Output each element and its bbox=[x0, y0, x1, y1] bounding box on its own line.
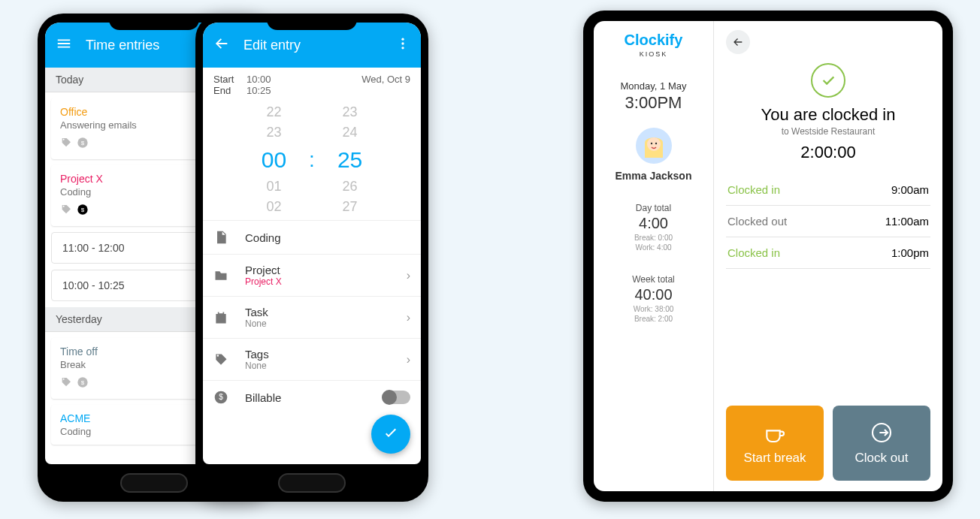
week-break: Break: 2:00 bbox=[598, 315, 709, 323]
user-avatar bbox=[636, 128, 672, 164]
task-label: Task bbox=[245, 306, 390, 318]
status-check-icon bbox=[811, 63, 845, 98]
billable-row[interactable]: $ Billable bbox=[203, 380, 421, 414]
appbar-title: Edit entry bbox=[243, 38, 382, 53]
history-row: Clocked out 11:00am bbox=[726, 206, 930, 237]
billable-icon: $ bbox=[77, 376, 89, 391]
svg-point-14 bbox=[655, 143, 656, 144]
tag-icon bbox=[213, 352, 228, 367]
svg-text:$: $ bbox=[81, 379, 85, 386]
check-icon bbox=[382, 425, 400, 443]
end-value: 10:25 bbox=[247, 85, 271, 96]
project-label: Project bbox=[245, 264, 390, 276]
start-label: Start bbox=[213, 74, 247, 85]
project-value: Project X bbox=[245, 276, 390, 287]
svg-point-13 bbox=[650, 143, 652, 144]
billable-icon: $ bbox=[77, 137, 89, 152]
day-total-label: Day total bbox=[598, 203, 709, 213]
phone-notch bbox=[267, 14, 357, 30]
back-button[interactable] bbox=[726, 30, 750, 54]
history-label: Clocked in bbox=[727, 246, 780, 259]
week-work: Work: 38:00 bbox=[598, 305, 709, 313]
history-time: 11:00am bbox=[885, 215, 929, 228]
status-subheading: to Westside Restaurant bbox=[726, 126, 930, 137]
clock-history: Clocked in 9:00am Clocked out 11:00am Cl… bbox=[726, 174, 930, 269]
hour-column[interactable]: 22 23 00 01 02 bbox=[262, 102, 286, 217]
svg-text:$: $ bbox=[81, 140, 85, 146]
tags-label: Tags bbox=[245, 348, 390, 361]
end-label: End bbox=[213, 85, 247, 96]
kiosk-screen: Clockify KIOSK Monday, 1 May 3:00PM Emma… bbox=[594, 21, 942, 491]
description-value: Coding bbox=[245, 231, 410, 244]
kiosk-date: Monday, 1 May bbox=[598, 80, 709, 92]
day-break: Break: 0:00 bbox=[598, 234, 709, 242]
time-colon: : bbox=[309, 148, 315, 172]
selected-minute: 25 bbox=[337, 143, 362, 177]
user-name: Emma Jackson bbox=[598, 170, 709, 182]
history-row: Clocked in 9:00am bbox=[726, 174, 930, 206]
task-row[interactable]: Task None › bbox=[203, 296, 421, 338]
description-row[interactable]: Coding bbox=[203, 220, 421, 254]
minute-column[interactable]: 23 24 25 26 27 bbox=[337, 102, 362, 217]
svg-point-8 bbox=[401, 47, 404, 49]
history-time: 9:00am bbox=[891, 183, 929, 196]
svg-text:$: $ bbox=[81, 207, 85, 213]
elapsed-time: 2:00:00 bbox=[726, 143, 930, 162]
history-label: Clocked in bbox=[727, 183, 780, 196]
history-time: 1:00pm bbox=[891, 246, 929, 259]
selected-hour: 00 bbox=[262, 143, 286, 177]
svg-text:$: $ bbox=[219, 393, 223, 401]
exit-icon bbox=[870, 421, 894, 445]
task-value: None bbox=[245, 318, 390, 329]
brand-sub: KIOSK bbox=[598, 50, 709, 58]
home-button[interactable] bbox=[120, 473, 188, 493]
tag-icon bbox=[60, 137, 72, 152]
folder-icon bbox=[213, 268, 228, 283]
svg-point-7 bbox=[401, 42, 404, 44]
dollar-icon: $ bbox=[213, 390, 228, 405]
week-total-value: 40:00 bbox=[598, 286, 709, 303]
coffee-icon bbox=[763, 421, 787, 445]
entry-date: Wed, Oct 9 bbox=[361, 74, 410, 85]
home-button[interactable] bbox=[278, 473, 346, 493]
kiosk-main: You are clocked in to Westside Restauran… bbox=[714, 21, 942, 491]
document-icon bbox=[213, 230, 228, 245]
start-break-button[interactable]: Start break bbox=[726, 406, 824, 481]
tags-row[interactable]: Tags None › bbox=[203, 338, 421, 380]
start-value: 10:00 bbox=[247, 74, 271, 85]
confirm-fab[interactable] bbox=[371, 415, 410, 454]
project-row[interactable]: Project Project X › bbox=[203, 254, 421, 296]
status-heading: You are clocked in bbox=[726, 105, 930, 125]
day-total-value: 4:00 bbox=[598, 215, 709, 232]
history-label: Clocked out bbox=[727, 215, 787, 228]
chevron-right-icon: › bbox=[407, 311, 410, 324]
clock-out-button[interactable]: Clock out bbox=[833, 406, 930, 481]
brand-logo: Clockify bbox=[598, 32, 709, 49]
billable-icon: $ bbox=[77, 204, 89, 219]
history-row: Clocked in 1:00pm bbox=[726, 237, 930, 269]
tags-value: None bbox=[245, 361, 390, 371]
time-meta: Wed, Oct 9 Start 10:00 End 10:25 bbox=[203, 68, 421, 99]
billable-label: Billable bbox=[245, 391, 367, 404]
tag-icon bbox=[60, 204, 72, 219]
svg-point-12 bbox=[647, 137, 661, 151]
chevron-right-icon: › bbox=[407, 269, 410, 282]
week-total-label: Week total bbox=[598, 274, 709, 285]
more-icon[interactable] bbox=[395, 36, 410, 55]
kiosk-sidebar: Clockify KIOSK Monday, 1 May 3:00PM Emma… bbox=[594, 21, 714, 491]
day-work: Work: 4:00 bbox=[598, 243, 709, 252]
billable-toggle[interactable] bbox=[383, 391, 410, 404]
svg-point-6 bbox=[401, 38, 404, 40]
kiosk-time: 3:00PM bbox=[598, 93, 709, 113]
menu-icon[interactable] bbox=[56, 35, 72, 56]
back-arrow-icon[interactable] bbox=[213, 35, 230, 56]
phone-notch bbox=[109, 14, 199, 30]
duration-picker[interactable]: 22 23 00 01 02 : 23 24 25 26 27 bbox=[203, 99, 421, 220]
back-arrow-icon bbox=[732, 36, 744, 48]
clock-out-label: Clock out bbox=[855, 451, 909, 466]
chevron-right-icon: › bbox=[407, 353, 410, 367]
tag-icon bbox=[60, 376, 72, 391]
edit-entry-screen: Edit entry Wed, Oct 9 Start 10:00 End 10… bbox=[203, 23, 421, 464]
tablet-kiosk: Clockify KIOSK Monday, 1 May 3:00PM Emma… bbox=[583, 11, 953, 502]
clipboard-icon bbox=[213, 310, 228, 325]
